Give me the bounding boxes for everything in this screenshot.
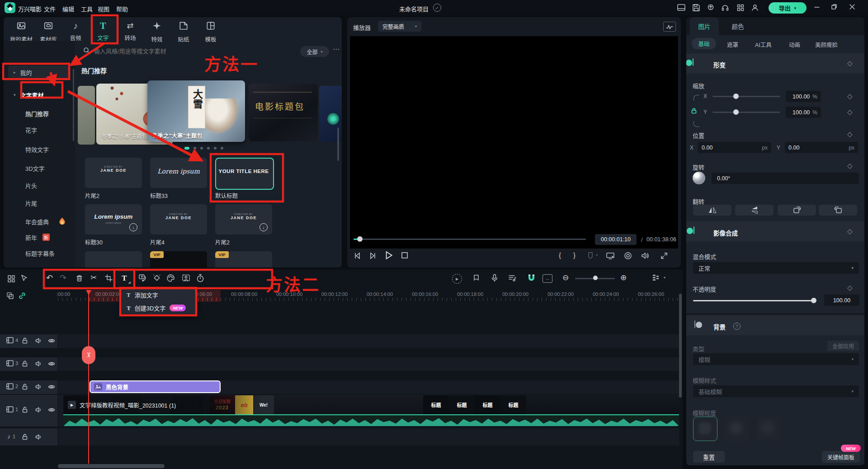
template-card-default-title[interactable]: YOUR TITLE HERE	[215, 158, 274, 190]
record-voiceover-icon[interactable]	[491, 274, 498, 284]
template-card-title33[interactable]: Lorem ipsum	[150, 158, 207, 188]
save-icon[interactable]	[693, 4, 700, 13]
scale-y-value[interactable]: 100.00 %	[786, 107, 821, 118]
playhead-scissors-badge[interactable]: ✂	[82, 346, 95, 364]
workspace-layout-icon[interactable]	[677, 4, 685, 13]
export-caret-icon[interactable]: ▾	[794, 6, 797, 10]
menu-tools[interactable]: 工具	[81, 5, 93, 13]
subtab-beauty[interactable]: 美颜瘦脸	[815, 40, 838, 49]
keyframe-icon[interactable]: ◇	[847, 227, 853, 235]
portrait-cutout-icon[interactable]	[182, 274, 190, 284]
tab-transition[interactable]: ⇄ 转场	[118, 21, 143, 42]
color-palette-icon[interactable]	[166, 274, 175, 284]
mute-icon[interactable]	[35, 384, 42, 391]
mute-icon[interactable]	[35, 361, 42, 368]
scale-lock-icon[interactable]	[691, 108, 697, 115]
next-frame-button[interactable]	[368, 251, 377, 262]
auto-ripple-link-icon[interactable]	[18, 292, 26, 301]
carousel-card-partial-left[interactable]	[78, 86, 95, 145]
menu-view[interactable]: 视图	[98, 5, 109, 13]
tab-color[interactable]: 颜色	[724, 17, 751, 35]
search-input[interactable]	[93, 45, 267, 57]
timeline-hscrollbar[interactable]	[58, 464, 165, 468]
fit-timeline-icon[interactable]: ↔	[542, 274, 552, 283]
sidebar-item-text-assets[interactable]: ▾ 文字素材	[8, 89, 71, 101]
sidebar-item-annual[interactable]: 年会盛典	[25, 217, 49, 226]
scale-x-slider[interactable]	[712, 96, 780, 97]
seek-thumb[interactable]	[357, 236, 363, 242]
lock-icon[interactable]	[22, 407, 28, 414]
sidebar-item-credits[interactable]: 片尾	[25, 199, 37, 207]
tab-templates[interactable]: 模板	[198, 21, 223, 43]
fullscreen-icon[interactable]	[660, 252, 668, 261]
hide-track-icon[interactable]	[48, 384, 55, 391]
carousel-card-movie-titles[interactable]: 电影标题包	[249, 84, 318, 141]
prev-frame-button[interactable]	[353, 251, 362, 262]
rotate-ccw-button[interactable]	[819, 205, 857, 216]
sidebar-item-my[interactable]: ▸ 我的	[8, 66, 71, 79]
type-dropdown[interactable]: 模糊 ▾	[693, 353, 859, 365]
speed-timer-icon[interactable]	[196, 274, 204, 284]
stop-button[interactable]	[401, 251, 409, 261]
mark-in-icon[interactable]: {	[559, 251, 561, 259]
sidebar-scrollbar[interactable]	[73, 69, 74, 141]
help-icon[interactable]: ?	[733, 323, 741, 330]
blur-preset-2[interactable]	[725, 417, 749, 441]
opacity-thumb[interactable]	[811, 298, 816, 303]
template-card-pianwei2b[interactable]: DIRECTED BY JANE DOE ↓	[215, 204, 272, 234]
subtab-anim[interactable]: 动画	[789, 40, 800, 49]
mute-icon[interactable]	[35, 434, 42, 441]
mute-icon[interactable]	[35, 407, 42, 414]
keyframe-add-icon[interactable]	[153, 274, 161, 283]
subtab-mask[interactable]: 遮罩	[727, 40, 738, 49]
template-card[interactable]: VIP	[215, 251, 272, 267]
tab-text[interactable]: T 文字	[90, 21, 116, 42]
split-scissors-icon[interactable]: ✂	[90, 273, 97, 282]
keyframe-icon[interactable]: ◇	[847, 284, 853, 292]
workspace-grid-icon[interactable]	[7, 275, 15, 284]
sidebar-item-effect-text[interactable]: 特效文字	[25, 145, 49, 154]
text-to-speech-icon[interactable]	[138, 274, 147, 284]
mark-out-icon[interactable]: }	[573, 251, 576, 259]
volume-icon[interactable]	[641, 252, 650, 261]
scale-y-slider[interactable]	[712, 112, 780, 113]
transform-toggle[interactable]	[693, 58, 693, 66]
auto-subtitle-icon[interactable]	[508, 274, 516, 283]
hide-track-icon[interactable]	[48, 361, 55, 368]
rotate-knob[interactable]	[693, 172, 705, 184]
download-icon[interactable]: ↓	[129, 223, 137, 231]
quality-dropdown[interactable]: 完整画质 ▾	[378, 21, 421, 32]
playhead-line[interactable]	[88, 290, 89, 464]
background-toggle[interactable]	[694, 320, 695, 328]
clip-video[interactable]: 欢迎来到 2023 eb We! 标题 标题 标题 标题 ▶ 文字排版教程视频_…	[63, 395, 679, 426]
template-card-pianwei2[interactable]: DIRECTED BY JANE DOE	[85, 158, 142, 188]
minimize-button[interactable]	[814, 4, 820, 11]
lock-icon[interactable]	[22, 434, 28, 441]
timeline-vscrollbar[interactable]	[679, 294, 682, 398]
sidebar-item-lower-thirds[interactable]: 标题字幕条	[25, 249, 55, 258]
carousel-dots[interactable]	[184, 147, 223, 150]
sidebar-item-newyear[interactable]: 新年	[25, 233, 37, 242]
blur-preset-1[interactable]	[693, 417, 717, 441]
clip-black-background[interactable]: 黑色背景	[90, 380, 221, 393]
track-manager-icon[interactable]	[652, 274, 660, 283]
menu-help[interactable]: 帮助	[116, 5, 128, 13]
track-lane-a1[interactable]	[58, 428, 679, 446]
delete-icon[interactable]	[75, 274, 83, 284]
carousel-card-dahan[interactable]: 大雪 冬季之"大寒"主题包	[147, 80, 245, 142]
timeline-zoom-thumb[interactable]	[593, 276, 598, 280]
scale-x-thumb[interactable]	[733, 94, 739, 99]
opacity-value[interactable]: 100.00	[824, 295, 859, 306]
project-title[interactable]: 未命名项目	[399, 5, 429, 13]
sidebar-item-hot[interactable]: 热门推荐	[25, 109, 49, 118]
lock-icon[interactable]	[22, 361, 28, 368]
blur-style-dropdown[interactable]: 基础模糊 ▾	[693, 385, 859, 397]
undo-icon[interactable]: ↶	[46, 273, 53, 283]
hide-track-icon[interactable]	[48, 338, 55, 345]
copy-paste-icon[interactable]	[6, 292, 14, 301]
keyframe-icon[interactable]: ◇	[847, 59, 853, 67]
tab-stock[interactable]: 素材库	[36, 21, 61, 43]
track-lane-v3[interactable]	[58, 357, 679, 371]
position-y-input[interactable]: 0.00 px	[785, 142, 858, 153]
keyframe-icon[interactable]: ◇	[847, 92, 853, 100]
